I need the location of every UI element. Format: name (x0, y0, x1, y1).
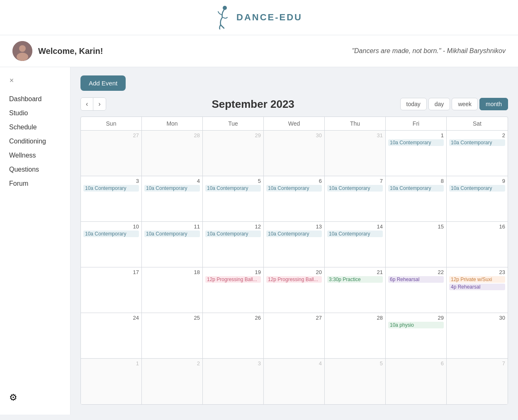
day-number: 6 (266, 178, 322, 184)
event-pill[interactable]: 10a Contemporary (449, 185, 505, 192)
event-pill[interactable]: 10a Contemporary (449, 139, 505, 146)
day-header-sat: Sat (447, 117, 508, 130)
logo-text: DANCE-EDU (236, 12, 302, 23)
sidebar-item-forum[interactable]: Forum (7, 177, 63, 191)
day-number: 21 (327, 269, 383, 275)
event-pill[interactable]: 12p Progressing Ball... (205, 276, 261, 283)
sidebar-item-questions[interactable]: Questions (7, 163, 63, 177)
event-pill[interactable]: 10a Contemporary (327, 231, 383, 237)
event-pill[interactable]: 10a Contemporary (83, 231, 139, 237)
calendar-cell[interactable]: 24 (81, 313, 142, 359)
event-pill[interactable]: 12p Private w/Suxi (449, 276, 505, 283)
calendar-cell[interactable]: 810a Contemporary (386, 176, 447, 222)
event-pill[interactable]: 10a Contemporary (83, 185, 139, 192)
svg-point-0 (223, 6, 227, 10)
event-pill[interactable]: 10a physio (388, 322, 444, 328)
calendar-cell[interactable]: 410a Contemporary (142, 176, 203, 222)
calendar-cell[interactable]: 1310a Contemporary (264, 222, 325, 267)
calendar-cell[interactable]: 18 (142, 267, 203, 313)
calendar-cell[interactable]: 213:30p Practice (325, 267, 386, 313)
calendar-cell[interactable]: 5 (325, 359, 386, 404)
calendar-cell[interactable]: 226p Rehearsal (386, 267, 447, 313)
event-pill[interactable]: 4p Rehearsal (449, 284, 505, 290)
next-month-button[interactable]: › (93, 98, 105, 110)
event-pill[interactable]: 10a Contemporary (266, 231, 322, 237)
settings-button[interactable]: ⚙ (7, 389, 63, 406)
calendar-cell[interactable]: 1410a Contemporary (325, 222, 386, 267)
day-header-mon: Mon (142, 117, 203, 130)
event-pill[interactable]: 12p Progressing Ball... (266, 276, 322, 283)
event-pill[interactable]: 10a Contemporary (205, 231, 261, 237)
calendar-cell[interactable]: 30 (447, 313, 508, 359)
view-btn-week[interactable]: week (452, 98, 478, 110)
event-pill[interactable]: 10a Contemporary (388, 185, 444, 192)
calendar-cell[interactable]: 510a Contemporary (203, 176, 264, 222)
event-pill[interactable]: 10a Contemporary (388, 139, 444, 146)
day-number: 7 (327, 178, 383, 184)
add-event-button[interactable]: Add Event (80, 75, 126, 91)
day-number: 28 (144, 132, 200, 138)
sidebar-item-dashboard[interactable]: Dashboard (7, 92, 63, 106)
calendar-cell[interactable]: 710a Contemporary (325, 176, 386, 222)
day-number: 22 (388, 269, 444, 275)
calendar-cell[interactable]: 1 (81, 359, 142, 404)
calendar-cell[interactable]: 2 (142, 359, 203, 404)
event-pill[interactable]: 10a Contemporary (144, 185, 200, 192)
day-number: 24 (83, 315, 139, 321)
calendar-cell[interactable]: 27 (264, 313, 325, 359)
day-number: 25 (144, 315, 200, 321)
view-btn-day[interactable]: day (428, 98, 450, 110)
calendar-cell[interactable]: 29 (203, 131, 264, 176)
day-number: 29 (388, 315, 444, 321)
day-number: 12 (205, 223, 261, 230)
calendar-cell[interactable]: 1912p Progressing Ball... (203, 267, 264, 313)
calendar-cell[interactable]: 17 (81, 267, 142, 313)
calendar-cell[interactable]: 28 (142, 131, 203, 176)
settings-icon: ⚙ (9, 392, 17, 403)
day-number: 11 (144, 223, 200, 230)
close-button[interactable]: × (7, 75, 17, 85)
prev-month-button[interactable]: ‹ (81, 98, 93, 110)
view-btn-month[interactable]: month (479, 98, 508, 110)
sidebar-item-studio[interactable]: Studio (7, 106, 63, 120)
calendar-cell[interactable]: 110a Contemporary (386, 131, 447, 176)
calendar-cell[interactable]: 310a Contemporary (81, 176, 142, 222)
day-header-fri: Fri (386, 117, 447, 130)
view-btn-today[interactable]: today (400, 98, 427, 110)
nav-buttons: ‹ › (80, 97, 106, 111)
calendar-cell[interactable]: 30 (264, 131, 325, 176)
event-pill[interactable]: 10a Contemporary (266, 185, 322, 192)
svg-point-3 (17, 53, 28, 61)
event-pill[interactable]: 10a Contemporary (327, 185, 383, 192)
calendar-cell[interactable]: 27 (81, 131, 142, 176)
calendar-cell[interactable]: 16 (447, 222, 508, 267)
calendar-cell[interactable]: 610a Contemporary (264, 176, 325, 222)
calendar-cell[interactable]: 7 (447, 359, 508, 404)
calendar-cell[interactable]: 1210a Contemporary (203, 222, 264, 267)
calendar-cell[interactable]: 2910a physio (386, 313, 447, 359)
event-pill[interactable]: 6p Rehearsal (388, 276, 444, 283)
event-pill[interactable]: 10a Contemporary (144, 231, 200, 237)
calendar-cell[interactable]: 31 (325, 131, 386, 176)
top-header: DANCE-EDU (0, 0, 518, 35)
calendar-cell[interactable]: 4 (264, 359, 325, 404)
calendar-cell[interactable]: 1110a Contemporary (142, 222, 203, 267)
calendar-cell[interactable]: 25 (142, 313, 203, 359)
calendar-cell[interactable]: 210a Contemporary (447, 131, 508, 176)
day-number: 17 (83, 269, 139, 275)
calendar-cell[interactable]: 28 (325, 313, 386, 359)
calendar-cell[interactable]: 910a Contemporary (447, 176, 508, 222)
calendar-cell[interactable]: 26 (203, 313, 264, 359)
calendar-cell[interactable]: 3 (203, 359, 264, 404)
event-pill[interactable]: 10a Contemporary (205, 185, 261, 192)
calendar-cell[interactable]: 15 (386, 222, 447, 267)
calendar-cell[interactable]: 2312p Private w/Suxi4p Rehearsal (447, 267, 508, 313)
event-pill[interactable]: 3:30p Practice (327, 276, 383, 283)
sidebar-item-wellness[interactable]: Wellness (7, 148, 63, 163)
sidebar-item-schedule[interactable]: Schedule (7, 120, 63, 134)
calendar-cell[interactable]: 1010a Contemporary (81, 222, 142, 267)
calendar-cell[interactable]: 2012p Progressing Ball... (264, 267, 325, 313)
day-number: 1 (83, 360, 139, 367)
calendar-cell[interactable]: 6 (386, 359, 447, 404)
sidebar-item-conditioning[interactable]: Conditioning (7, 134, 63, 148)
